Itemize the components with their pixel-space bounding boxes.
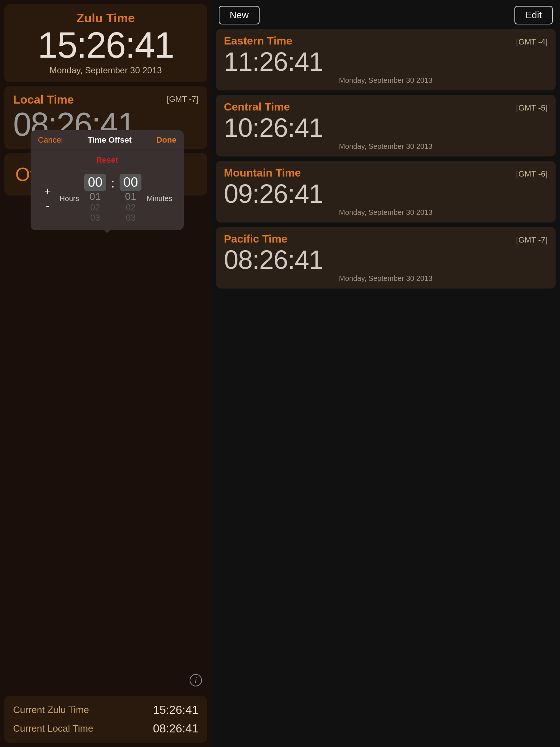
spacer-area: i (4, 200, 207, 692)
zulu-time-card: Zulu Time 15:26:41 Monday, September 30 … (4, 4, 207, 82)
right-card-header-1: Central Time [GMT -5] (224, 101, 548, 113)
minutes-next3: 03 (120, 213, 141, 223)
popup-header: Cancel Time Offset Done (31, 130, 184, 150)
new-button[interactable]: New (219, 6, 260, 24)
zulu-time: 15:26:41 (13, 27, 198, 63)
picker-separator: : (111, 176, 114, 190)
right-card-title-3: Pacific Time (224, 233, 288, 245)
hours-next3: 03 (84, 213, 106, 223)
right-card-gmt-0: [GMT -4] (516, 37, 548, 47)
minutes-label: Minutes (147, 194, 172, 203)
right-card-date-2: Monday, September 30 2013 (224, 208, 548, 217)
right-top-bar: New Edit (216, 4, 556, 29)
popup-title: Time Offset (88, 135, 132, 145)
minutes-next1: 01 (120, 191, 141, 202)
zulu-title: Zulu Time (13, 11, 198, 25)
right-card-header-2: Mountain Time [GMT -6] (224, 167, 548, 179)
popup-picker: + - Hours 00 01 02 03 : 00 01 02 03 Minu… (31, 170, 184, 230)
local-time-row: Current Local Time 08:26:41 (13, 722, 198, 735)
hours-selected: 00 (84, 174, 106, 191)
hours-next2: 02 (84, 202, 106, 213)
popup-cancel-button[interactable]: Cancel (38, 135, 63, 145)
right-card-title-0: Eastern Time (224, 35, 292, 47)
current-local-label: Current Local Time (13, 723, 93, 734)
popup-reset-button[interactable]: Reset (31, 150, 184, 170)
edit-button[interactable]: Edit (514, 6, 553, 24)
hours-next1: 01 (84, 191, 106, 202)
local-gmt: [GMT -7] (167, 94, 198, 104)
right-card-header-3: Pacific Time [GMT -7] (224, 233, 548, 245)
right-panel: New Edit Eastern Time [GMT -4] 11:26:41 … (211, 0, 560, 747)
zulu-time-row: Current Zulu Time 15:26:41 (13, 703, 198, 717)
right-clock-card-1: Central Time [GMT -5] 10:26:41 Monday, S… (216, 95, 556, 156)
picker-plus-button[interactable]: + (42, 185, 53, 197)
right-card-header-0: Eastern Time [GMT -4] (224, 35, 548, 47)
right-clock-card-2: Mountain Time [GMT -6] 09:26:41 Monday, … (216, 161, 556, 222)
bottom-info-card: Current Zulu Time 15:26:41 Current Local… (4, 696, 207, 743)
minutes-next2: 02 (120, 202, 141, 213)
right-card-time-2: 09:26:41 (224, 181, 548, 207)
picker-minus-button[interactable]: - (42, 200, 53, 212)
minutes-picker[interactable]: 00 01 02 03 (120, 174, 141, 223)
right-clock-card-0: Eastern Time [GMT -4] 11:26:41 Monday, S… (216, 29, 556, 90)
picker-controls: + - (42, 185, 53, 212)
current-zulu-label: Current Zulu Time (13, 704, 89, 716)
zulu-date: Monday, September 30 2013 (13, 65, 198, 76)
current-zulu-value: 15:26:41 (153, 703, 198, 717)
right-card-gmt-3: [GMT -7] (516, 235, 548, 245)
minutes-selected: 00 (120, 174, 141, 191)
local-time-section: Local Time [GMT -7] 08:26:41 Cancel Time… (4, 86, 207, 149)
info-icon[interactable]: i (190, 674, 202, 686)
right-card-date-0: Monday, September 30 2013 (224, 76, 548, 85)
right-card-date-3: Monday, September 30 2013 (224, 274, 548, 283)
right-card-time-3: 08:26:41 (224, 247, 548, 273)
right-card-time-1: 10:26:41 (224, 115, 548, 141)
current-local-value: 08:26:41 (153, 722, 198, 735)
right-clock-card-3: Pacific Time [GMT -7] 08:26:41 Monday, S… (216, 227, 556, 289)
right-card-date-1: Monday, September 30 2013 (224, 142, 548, 151)
left-panel: Zulu Time 15:26:41 Monday, September 30 … (0, 0, 211, 747)
right-card-title-2: Mountain Time (224, 167, 301, 179)
right-card-title-1: Central Time (224, 101, 290, 113)
right-card-gmt-1: [GMT -5] (516, 103, 548, 113)
right-card-gmt-2: [GMT -6] (516, 169, 548, 179)
time-offset-popup: Cancel Time Offset Done Reset + - Hours … (31, 130, 184, 230)
popup-done-button[interactable]: Done (156, 135, 176, 145)
right-clock-list: Eastern Time [GMT -4] 11:26:41 Monday, S… (216, 29, 556, 743)
right-card-time-0: 11:26:41 (224, 49, 548, 75)
hours-label: Hours (60, 194, 79, 203)
hours-picker[interactable]: 00 01 02 03 (84, 174, 106, 223)
